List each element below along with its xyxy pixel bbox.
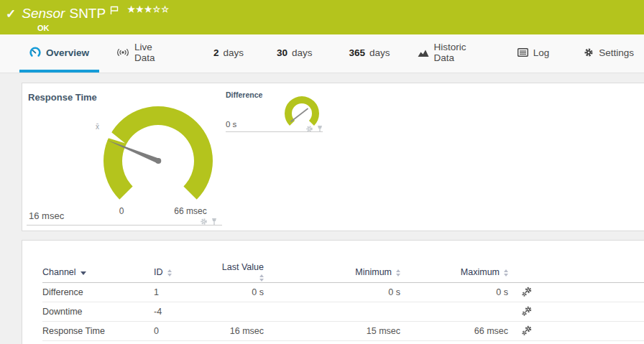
sort-icon	[504, 269, 508, 276]
gauge-title-difference: Difference	[226, 90, 262, 99]
channel-settings-gears-icon[interactable]	[521, 325, 533, 336]
sort-desc-icon	[80, 271, 86, 275]
response-time-gauge	[80, 98, 238, 213]
tab-2-days-number: 2	[213, 47, 219, 58]
gauge-cell-actions	[200, 215, 218, 228]
gauge-cell-divider-small	[226, 131, 323, 132]
tab-365-days-unit: days	[369, 47, 390, 58]
status-badge: OK	[37, 24, 50, 32]
minimum-cell: 15 msec	[264, 322, 400, 341]
tab-30-days-number: 30	[277, 47, 288, 58]
log-list-icon	[518, 48, 528, 57]
table-row: Downtime -4	[42, 302, 644, 322]
channel-name-cell: Difference	[42, 283, 154, 302]
tab-bar: Overview Live Data 2 days 30 days 365 da…	[0, 34, 644, 73]
column-header-actions	[508, 262, 644, 283]
gear-icon	[584, 47, 594, 57]
sensor-header: ✓ Sensor SNTP ★★★☆☆ OK	[0, 0, 644, 34]
gauge-needle-small	[291, 108, 308, 122]
gauge-settings-gear-icon[interactable]	[200, 215, 208, 228]
last-value-cell	[216, 302, 264, 322]
last-value-cell: 16 msec	[216, 322, 264, 341]
stars-empty[interactable]: ☆☆	[152, 4, 170, 14]
channel-table-panel: Channel ID Last Value Minimum Maximum Di…	[22, 240, 644, 344]
sensor-title-prefix: Sensor	[22, 6, 65, 22]
maximum-cell	[400, 302, 508, 322]
tab-overview[interactable]: Overview	[19, 35, 99, 73]
last-value-cell: 0 s	[216, 283, 264, 302]
channel-id-cell: 0	[154, 322, 216, 341]
gauge-pin-icon[interactable]	[211, 215, 218, 228]
difference-current-value: 0 s	[226, 120, 236, 129]
column-header-maximum-label: Maximum	[461, 267, 500, 277]
average-marker-label: x̄	[96, 123, 99, 131]
flag-icon	[110, 5, 119, 18]
tab-historic-data-label: Historic Data	[434, 42, 489, 63]
live-broadcast-icon	[116, 47, 129, 57]
column-header-minimum-label: Minimum	[355, 267, 392, 277]
column-header-minimum[interactable]: Minimum	[264, 262, 400, 283]
gauges-panel: Response Time x̄ 0 66 msec 16 msec Diffe…	[22, 83, 644, 231]
gauge-scale-max: 66 msec	[162, 206, 219, 216]
column-header-maximum[interactable]: Maximum	[400, 262, 508, 283]
column-header-last-value-label: Last Value	[222, 262, 264, 272]
tab-2-days[interactable]: 2 days	[203, 35, 254, 73]
table-row: Response Time 0 16 msec 15 msec 66 msec	[42, 322, 644, 341]
tab-365-days[interactable]: 365 days	[339, 35, 400, 73]
response-time-current-value: 16 msec	[29, 210, 64, 221]
tab-2-days-unit: days	[223, 47, 244, 58]
channel-name-cell: Downtime	[42, 302, 154, 322]
column-header-channel-label: Channel	[42, 267, 76, 277]
status-ok-check-icon: ✓	[6, 6, 16, 22]
channel-settings-gears-icon[interactable]	[521, 286, 533, 297]
gauge-cell-actions-small	[305, 123, 323, 136]
column-header-id-label: ID	[154, 267, 163, 277]
tab-settings-label: Settings	[599, 47, 634, 58]
stars-filled[interactable]: ★★★	[127, 4, 152, 14]
minimum-cell: 0 s	[264, 283, 400, 302]
channel-settings-gears-icon[interactable]	[521, 305, 533, 317]
area-chart-icon	[418, 48, 429, 57]
column-header-channel[interactable]: Channel	[42, 262, 154, 283]
maximum-cell: 66 msec	[400, 322, 508, 341]
column-header-last-value[interactable]: Last Value	[216, 262, 264, 283]
sensor-title-name: SNTP	[69, 6, 106, 22]
column-header-id[interactable]: ID	[154, 262, 216, 283]
tab-settings[interactable]: Settings	[574, 35, 644, 73]
tab-30-days-unit: days	[292, 47, 313, 58]
tab-live-data[interactable]: Live Data	[106, 35, 185, 73]
tab-365-days-number: 365	[349, 47, 366, 58]
table-header-row: Channel ID Last Value Minimum Maximum	[42, 262, 644, 283]
gauge-icon	[29, 47, 41, 58]
gauge-settings-gear-icon[interactable]	[305, 123, 313, 136]
gauge-cell-divider	[27, 225, 222, 226]
tab-overview-label: Overview	[46, 47, 89, 58]
sort-icon	[167, 269, 172, 276]
channel-table: Channel ID Last Value Minimum Maximum Di…	[42, 262, 644, 341]
gauge-pin-icon[interactable]	[316, 123, 323, 136]
table-row: Difference 1 0 s 0 s 0 s	[42, 283, 644, 302]
channel-name-cell: Response Time	[42, 322, 154, 341]
tab-30-days[interactable]: 30 days	[267, 35, 323, 73]
priority-stars[interactable]: ★★★☆☆	[127, 4, 170, 14]
gauge-scale-min: 0	[114, 206, 129, 216]
channel-id-cell: 1	[154, 283, 216, 302]
tab-historic-data[interactable]: Historic Data	[408, 35, 500, 73]
tab-log-label: Log	[533, 47, 550, 58]
channel-id-cell: -4	[154, 302, 216, 322]
sort-icon	[396, 269, 400, 276]
tab-live-data-label: Live Data	[134, 42, 175, 63]
tab-log[interactable]: Log	[507, 35, 560, 73]
minimum-cell	[264, 302, 400, 322]
maximum-cell: 0 s	[400, 283, 508, 302]
sort-icon	[259, 274, 264, 282]
